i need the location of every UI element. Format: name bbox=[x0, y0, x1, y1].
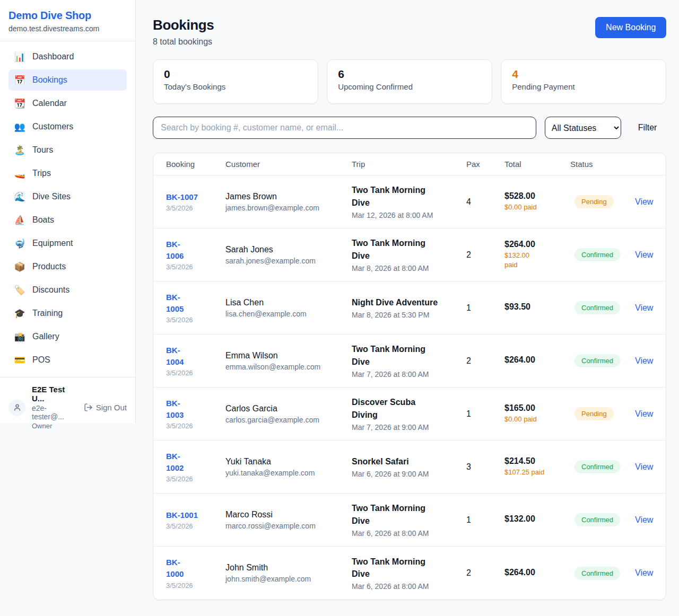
view-link[interactable]: View bbox=[635, 515, 653, 524]
package-icon: 📦 bbox=[14, 261, 25, 272]
stat-value: 4 bbox=[512, 68, 655, 81]
table-header-row: Booking Customer Trip Pax Total Status bbox=[153, 153, 666, 175]
sidebar-item-label: Bookings bbox=[32, 75, 67, 85]
trip-datetime: Mar 6, 2026 at 8:00 AM bbox=[352, 582, 466, 591]
booking-date: 3/5/2026 bbox=[166, 316, 225, 324]
booking-date: 3/5/2026 bbox=[166, 204, 225, 212]
view-link[interactable]: View bbox=[635, 356, 653, 365]
customer-email: yuki.tanaka@example.com bbox=[225, 469, 352, 477]
brand-domain: demo.test.divestreams.com bbox=[8, 24, 127, 33]
pax-count: 1 bbox=[466, 409, 504, 419]
bookings-table: Booking Customer Trip Pax Total Status B… bbox=[153, 153, 666, 600]
booking-id-link[interactable]: BK- 1002 bbox=[166, 451, 184, 474]
sidebar-item-pos[interactable]: 💳 POS bbox=[8, 349, 127, 371]
user-section: E2E Test U... e2e-tester@... Owner Sign … bbox=[0, 377, 135, 437]
customer-name: John Smith bbox=[225, 563, 352, 573]
sidebar-item-calendar[interactable]: 📆 Calendar bbox=[8, 93, 127, 114]
booking-id-link[interactable]: BK-1007 bbox=[166, 191, 198, 203]
booking-date: 3/5/2026 bbox=[166, 582, 225, 589]
stat-label: Today's Bookings bbox=[164, 82, 307, 91]
sidebar-item-dashboard[interactable]: 📊 Dashboard bbox=[8, 46, 127, 67]
total-amount: $214.50 bbox=[504, 456, 570, 466]
sidebar-item-training[interactable]: 🎓 Training bbox=[8, 303, 127, 324]
sidebar-item-trips[interactable]: 🚤 Trips bbox=[8, 163, 127, 184]
filter-button[interactable]: Filter bbox=[630, 123, 667, 133]
view-link[interactable]: View bbox=[635, 303, 653, 312]
sidebar-nav: 📊 Dashboard 📅 Bookings 📆 Calendar 👥 Cust… bbox=[0, 41, 135, 377]
table-row: BK- 1004 3/5/2026 Emma Wilson emma.wilso… bbox=[153, 335, 666, 388]
view-link[interactable]: View bbox=[635, 409, 653, 418]
booking-id-link[interactable]: BK-1001 bbox=[166, 509, 198, 521]
total-amount: $264.00 bbox=[504, 568, 570, 577]
sidebar-item-label: Training bbox=[32, 309, 63, 318]
stat-card-upcoming-confirmed: 6 Upcoming Confirmed bbox=[327, 59, 492, 104]
graduation-cap-icon: 🎓 bbox=[14, 308, 25, 319]
bar-chart-icon: 📊 bbox=[14, 51, 25, 63]
page-title: Bookings bbox=[153, 17, 214, 33]
booking-date: 3/5/2026 bbox=[166, 263, 225, 271]
status-badge: Confirmed bbox=[574, 567, 620, 580]
sidebar-item-label: POS bbox=[32, 355, 50, 365]
stat-card-pending-payment: 4 Pending Payment bbox=[501, 59, 666, 104]
trip-datetime: Mar 7, 2026 at 8:00 AM bbox=[352, 370, 466, 379]
sign-out-button[interactable]: Sign Out bbox=[84, 403, 127, 412]
sidebar-item-equipment[interactable]: 🤿 Equipment bbox=[8, 233, 127, 254]
table-row: BK- 1006 3/5/2026 Sarah Jones sarah.jone… bbox=[153, 228, 666, 281]
sidebar-item-customers[interactable]: 👥 Customers bbox=[8, 116, 127, 137]
booking-id-link[interactable]: BK- 1004 bbox=[166, 345, 184, 368]
view-link[interactable]: View bbox=[635, 250, 653, 259]
status-badge: Confirmed bbox=[574, 301, 620, 314]
sailboat-icon: ⛵ bbox=[14, 215, 25, 226]
customer-email: john.smith@example.com bbox=[225, 575, 352, 583]
booking-id-link[interactable]: BK- 1005 bbox=[166, 292, 184, 315]
customer-name: Carlos Garcia bbox=[225, 404, 352, 413]
sidebar-item-dive-sites[interactable]: 🌊 Dive Sites bbox=[8, 186, 127, 207]
status-select[interactable]: All Statuses bbox=[545, 117, 621, 139]
total-amount: $264.00 bbox=[504, 355, 570, 365]
booking-id-link[interactable]: BK- 1006 bbox=[166, 239, 184, 262]
total-amount: $264.00 bbox=[504, 240, 570, 249]
booking-id-link[interactable]: BK- 1000 bbox=[166, 557, 184, 580]
sidebar: Demo Dive Shop demo.test.divestreams.com… bbox=[0, 0, 136, 423]
sidebar-item-label: Calendar bbox=[32, 99, 67, 108]
user-name: E2E Test U... bbox=[32, 385, 77, 403]
trip-name: Two Tank Morning Dive bbox=[352, 184, 466, 208]
new-booking-button[interactable]: New Booking bbox=[595, 17, 666, 38]
table-row: BK- 1002 3/5/2026 Yuki Tanaka yuki.tanak… bbox=[153, 441, 666, 494]
sidebar-item-discounts[interactable]: 🏷️ Discounts bbox=[8, 279, 127, 301]
sidebar-item-boats[interactable]: ⛵ Boats bbox=[8, 209, 127, 231]
tag-icon: 🏷️ bbox=[14, 285, 25, 296]
booking-id-link[interactable]: BK- 1003 bbox=[166, 398, 184, 421]
customer-name: Lisa Chen bbox=[225, 298, 352, 307]
sidebar-item-label: Equipment bbox=[32, 239, 73, 248]
column-header-status: Status bbox=[570, 160, 635, 169]
customer-email: james.brown@example.com bbox=[225, 204, 352, 212]
table-row: BK-1001 3/5/2026 Marco Rossi marco.rossi… bbox=[153, 494, 666, 547]
people-icon: 👥 bbox=[14, 121, 25, 133]
trip-name: Two Tank Morning Dive bbox=[352, 556, 466, 580]
sidebar-item-tours[interactable]: 🏝️ Tours bbox=[8, 139, 127, 161]
view-link[interactable]: View bbox=[635, 462, 653, 471]
avatar bbox=[8, 399, 25, 416]
view-link[interactable]: View bbox=[635, 568, 653, 577]
trip-name: Discover Scuba Diving bbox=[352, 396, 466, 420]
view-link[interactable]: View bbox=[635, 197, 653, 206]
page-header: Bookings 8 total bookings New Booking bbox=[153, 17, 666, 47]
status-badge: Pending bbox=[574, 195, 614, 208]
stat-label: Upcoming Confirmed bbox=[338, 82, 481, 91]
customer-email: marco.rossi@example.com bbox=[225, 522, 352, 530]
sidebar-item-gallery[interactable]: 📸 Gallery bbox=[8, 326, 127, 347]
sidebar-item-products[interactable]: 📦 Products bbox=[8, 256, 127, 277]
sidebar-item-bookings[interactable]: 📅 Bookings bbox=[8, 69, 127, 91]
customer-name: James Brown bbox=[225, 192, 352, 201]
table-row: BK- 1005 3/5/2026 Lisa Chen lisa.chen@ex… bbox=[153, 281, 666, 335]
search-input[interactable] bbox=[153, 117, 536, 139]
user-meta: E2E Test U... e2e-tester@... Owner bbox=[32, 385, 77, 430]
stat-value: 6 bbox=[338, 68, 481, 81]
calendar-icon: 📅 bbox=[14, 75, 25, 86]
user-email: e2e-tester@... bbox=[32, 404, 77, 421]
customer-name: Marco Rossi bbox=[225, 510, 352, 520]
wave-icon: 🌊 bbox=[14, 191, 25, 203]
status-badge: Confirmed bbox=[574, 460, 620, 473]
paid-amount: $107.25 paid bbox=[504, 468, 570, 477]
